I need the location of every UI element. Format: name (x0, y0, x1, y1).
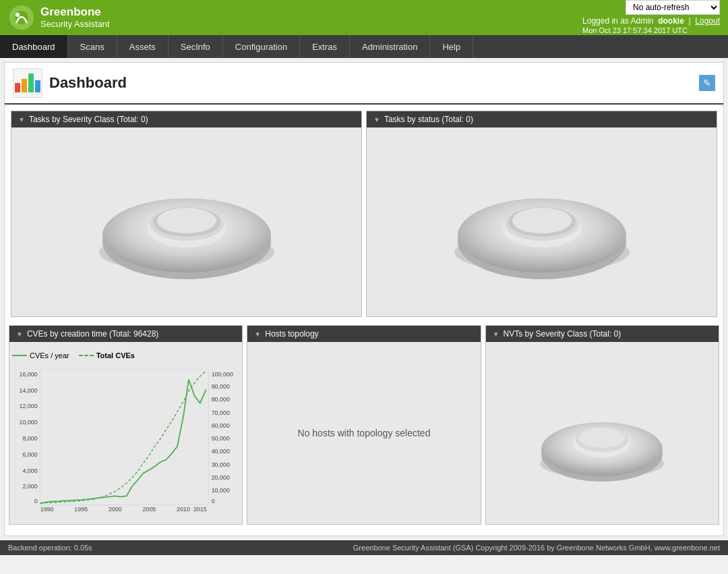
svg-text:2010: 2010 (177, 506, 190, 513)
svg-text:2005: 2005 (142, 506, 156, 513)
tasks-status-body (367, 127, 717, 316)
bar2 (22, 79, 27, 92)
dashboard-title-left: Dashboard (13, 68, 127, 98)
logo-text: Greenbone Security Assistant (40, 5, 110, 30)
cves-panel: ▼ CVEs by creation time (Total: 96428) C… (9, 325, 243, 525)
logo-line1: Greenbone (40, 5, 110, 19)
page-title: Dashboard (49, 74, 127, 92)
hosts-topology-panel: ▼ Hosts topology No hosts with topology … (247, 325, 481, 525)
svg-point-2 (16, 13, 20, 17)
svg-text:0: 0 (34, 498, 38, 505)
logo-area: Greenbone Security Assistant (8, 4, 110, 31)
legend-cves-year-label: CVEs / year (30, 351, 69, 360)
legend-solid-line (12, 355, 27, 356)
collapse-icon-3[interactable]: ▼ (16, 331, 23, 338)
legend-total-cves-label: Total CVEs (96, 351, 135, 360)
cves-chart-svg: 16,000 14,000 12,000 10,000 8,000 6,000 … (12, 362, 239, 517)
dashboard-title-bar: Dashboard ✎ (5, 63, 723, 105)
svg-text:8,000: 8,000 (22, 435, 37, 442)
tasks-severity-header: ▼ Tasks by Severity Class (Total: 0) (11, 111, 361, 127)
footer: Backend operation: 0.05s Greenbone Secur… (0, 540, 728, 555)
tasks-status-header: ▼ Tasks by status (Total: 0) (367, 111, 717, 127)
svg-point-9 (157, 208, 216, 233)
panels-row-2: ▼ CVEs by creation time (Total: 96428) C… (7, 323, 721, 527)
nvts-severity-title: NVTs by Severity Class (Total: 0) (504, 329, 621, 339)
nav-item-extras[interactable]: Extras (300, 35, 350, 58)
torus-status (373, 144, 710, 299)
svg-text:6,000: 6,000 (22, 451, 37, 458)
nvts-severity-header: ▼ NVTs by Severity Class (Total: 0) (486, 326, 719, 342)
collapse-icon-2[interactable]: ▼ (373, 116, 380, 123)
donut-chart-severity (92, 144, 281, 299)
user-info: Logged in as Admin dookie | Logout Mon O… (582, 16, 720, 35)
nav-item-administration[interactable]: Administration (350, 35, 430, 58)
main-nav: Dashboard Scans Assets SecInfo Configura… (0, 35, 728, 58)
nav-item-secinfo[interactable]: SecInfo (169, 35, 223, 58)
svg-text:20,000: 20,000 (212, 474, 230, 481)
cves-body: CVEs / year Total CVEs 16,000 14,000 12,… (9, 342, 242, 524)
header: Greenbone Security Assistant No auto-ref… (0, 0, 728, 35)
nvts-severity-body (486, 342, 719, 524)
nav-item-help[interactable]: Help (430, 35, 473, 58)
tasks-severity-title: Tasks by Severity Class (Total: 0) (29, 115, 148, 124)
legend-dashed-line (79, 355, 94, 356)
edit-dashboard-button[interactable]: ✎ (699, 75, 715, 91)
svg-text:16,000: 16,000 (19, 371, 37, 378)
svg-text:1995: 1995 (74, 506, 88, 513)
hosts-topology-body: No hosts with topology selected (247, 342, 480, 524)
dashboard-icon (13, 68, 42, 98)
no-hosts-message: No hosts with topology selected (298, 428, 431, 438)
svg-text:2015: 2015 (193, 506, 207, 513)
cves-title: CVEs by creation time (Total: 96428) (27, 329, 158, 339)
hosts-topology-title: Hosts topology (265, 329, 318, 339)
svg-rect-37 (40, 370, 209, 505)
nav-item-dashboard[interactable]: Dashboard (0, 35, 68, 58)
svg-text:90,000: 90,000 (212, 383, 230, 390)
svg-text:4,000: 4,000 (22, 467, 37, 474)
tasks-status-title: Tasks by status (Total: 0) (384, 115, 473, 124)
torus-nvts (491, 372, 713, 494)
bar-chart-icon (15, 74, 40, 92)
datetime: Mon Oct 23 17:57:34 2017 UTC (582, 26, 688, 34)
svg-text:50,000: 50,000 (212, 435, 230, 442)
svg-text:12,000: 12,000 (19, 403, 37, 409)
tasks-status-panel: ▼ Tasks by status (Total: 0) (366, 111, 717, 317)
logout-link[interactable]: Logout (695, 16, 720, 26)
page-content: Dashboard ✎ ▼ Tasks by Severity Class (T… (4, 62, 724, 536)
legend-total-cves: Total CVEs (79, 351, 135, 360)
svg-point-55 (579, 428, 625, 448)
svg-text:60,000: 60,000 (212, 422, 230, 429)
panels-row-1: ▼ Tasks by Severity Class (Total: 0) (9, 109, 719, 319)
nav-item-assets[interactable]: Assets (117, 35, 169, 58)
svg-text:70,000: 70,000 (212, 409, 230, 416)
nav-item-scans[interactable]: Scans (68, 35, 117, 58)
collapse-icon[interactable]: ▼ (18, 116, 25, 123)
username: dookie (658, 16, 684, 26)
nav-item-configuration[interactable]: Configuration (223, 35, 300, 58)
svg-text:1990: 1990 (40, 506, 54, 513)
svg-text:10,000: 10,000 (212, 487, 230, 494)
donut-chart-status (448, 144, 636, 299)
refresh-bar: No auto-refresh 30 seconds 1 minute 5 mi… (626, 0, 720, 15)
tasks-severity-panel: ▼ Tasks by Severity Class (Total: 0) (11, 111, 362, 317)
refresh-select[interactable]: No auto-refresh 30 seconds 1 minute 5 mi… (626, 0, 720, 15)
legend-cves-year: CVEs / year (12, 351, 69, 360)
cves-header: ▼ CVEs by creation time (Total: 96428) (9, 326, 242, 342)
greenbone-logo (8, 4, 35, 31)
header-right: No auto-refresh 30 seconds 1 minute 5 mi… (582, 0, 720, 35)
svg-text:14,000: 14,000 (19, 387, 37, 394)
svg-text:40,000: 40,000 (212, 448, 230, 455)
svg-text:2000: 2000 (109, 506, 122, 513)
svg-text:80,000: 80,000 (212, 396, 230, 403)
svg-text:10,000: 10,000 (19, 419, 37, 426)
tasks-severity-body (11, 127, 361, 316)
svg-text:0: 0 (212, 498, 215, 505)
collapse-icon-4[interactable]: ▼ (254, 331, 261, 338)
donut-chart-nvts (535, 372, 669, 494)
logged-in-label: Logged in as Admin (582, 16, 653, 26)
svg-text:100,000: 100,000 (212, 371, 233, 378)
svg-point-16 (512, 208, 572, 233)
torus-severity (18, 144, 355, 299)
collapse-icon-5[interactable]: ▼ (493, 331, 499, 338)
logo-line2: Security Assistant (40, 19, 110, 30)
